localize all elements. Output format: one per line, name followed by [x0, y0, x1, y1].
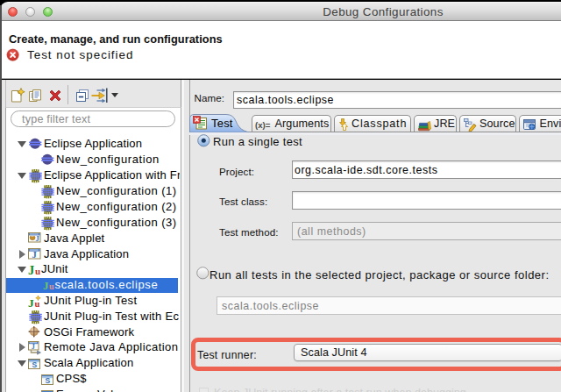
svg-text:(x)=: (x)=: [255, 120, 271, 130]
svg-text:S: S: [45, 376, 50, 385]
svg-text:J: J: [28, 263, 34, 276]
svg-text:S: S: [32, 360, 37, 369]
svg-text:u: u: [49, 282, 54, 291]
svg-text:J: J: [32, 250, 37, 260]
svg-text:u: u: [35, 266, 40, 276]
svg-text:J: J: [28, 296, 34, 308]
svg-text:J: J: [43, 279, 49, 291]
svg-text:u: u: [35, 298, 40, 308]
svg-text:J: J: [36, 234, 40, 243]
svg-text:J: J: [32, 343, 35, 351]
